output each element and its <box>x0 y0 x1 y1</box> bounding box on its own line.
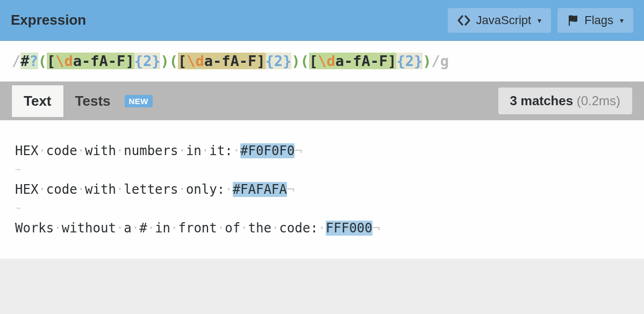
sample-word: with <box>85 182 116 197</box>
whitespace-marker: · <box>38 182 46 197</box>
regex-group-close: ) <box>291 53 300 69</box>
regex-group-open: ( <box>38 53 47 69</box>
sample-word: numbers <box>124 143 178 158</box>
sample-word: HEX <box>15 182 38 197</box>
regex-group-open: ( <box>300 53 309 69</box>
whitespace-marker: · <box>240 221 248 236</box>
sample-word: with <box>85 143 116 158</box>
whitespace-marker: · <box>170 221 178 236</box>
sample-word: code <box>46 143 77 158</box>
regex-range: a-fA-F <box>204 53 257 69</box>
regex-close-delimiter: / <box>432 53 440 69</box>
eol-marker: ¬ <box>15 162 629 178</box>
sample-word: code <box>46 182 77 197</box>
sample-word: in <box>186 143 202 158</box>
regex-flags: g <box>440 53 449 69</box>
regex-group-close: ) <box>160 53 169 69</box>
sample-line: HEX·code·with·letters·only:·#FAFAFA¬ <box>15 178 629 201</box>
regex-quantifier-optional: ? <box>30 53 38 69</box>
whitespace-marker: · <box>271 221 279 236</box>
tab-text[interactable]: Text <box>12 85 63 117</box>
whitespace-marker: · <box>318 221 326 236</box>
flag-icon <box>567 14 579 26</box>
match-time: (0.2ms) <box>577 93 620 108</box>
sample-line: HEX·code·with·numbers·in·it:·#F0F0F0¬ <box>15 140 629 162</box>
whitespace-marker: · <box>38 143 46 158</box>
regex-quantifier: {2} <box>396 53 423 69</box>
whitespace-marker: · <box>116 221 124 236</box>
language-label: JavaScript <box>476 13 531 27</box>
regex-expression-input[interactable]: /#?([\da-fA-F]{2})([\da-fA-F]{2})([\da-f… <box>0 41 644 82</box>
header-bar: Expression JavaScript ▾ Flags ▾ <box>0 0 644 41</box>
flags-selector-button[interactable]: Flags ▾ <box>557 8 633 33</box>
sample-word: Works <box>15 221 54 236</box>
sample-word: HEX <box>15 143 38 158</box>
match-count: 3 matches <box>510 93 573 108</box>
chevron-down-icon: ▾ <box>620 16 624 25</box>
regex-quantifier: {2} <box>266 53 292 69</box>
sample-word: without <box>62 221 116 236</box>
whitespace-marker: · <box>77 182 85 197</box>
whitespace-marker: · <box>132 221 139 236</box>
eol-marker: ¬ <box>373 221 380 236</box>
whitespace-marker: · <box>116 143 124 158</box>
sample-word: a <box>124 221 131 236</box>
regex-charclass-open: [ <box>47 53 55 69</box>
tab-tests[interactable]: Tests <box>63 85 123 117</box>
language-selector-button[interactable]: JavaScript ▾ <box>448 8 551 33</box>
whitespace-marker: · <box>225 182 232 197</box>
regex-escape: \d <box>187 53 204 69</box>
regex-escape: \d <box>318 53 335 69</box>
whitespace-marker: · <box>116 182 124 197</box>
whitespace-marker: · <box>202 143 209 158</box>
new-badge: NEW <box>125 95 153 107</box>
sample-word: it: <box>209 143 232 158</box>
tabs-left: Text Tests NEW <box>12 85 153 117</box>
page-title: Expression <box>11 12 86 28</box>
whitespace-marker: · <box>217 221 225 236</box>
sample-word: letters <box>124 182 178 197</box>
eol-marker: ¬ <box>15 201 629 217</box>
regex-group-close: ) <box>423 53 431 69</box>
regex-group-open: ( <box>169 53 178 69</box>
regex-charclass-close: ] <box>256 53 265 69</box>
match-summary[interactable]: 3 matches (0.2ms) <box>498 87 632 114</box>
regex-charclass-close: ] <box>388 53 396 69</box>
flags-label: Flags <box>584 13 613 27</box>
sample-word: in <box>155 221 170 236</box>
whitespace-marker: · <box>77 143 85 158</box>
regex-open-delimiter: / <box>12 53 20 69</box>
sample-line: Works·without·a·#·in·front·of·the·code:·… <box>15 217 629 239</box>
regex-range: a-fA-F <box>335 53 388 69</box>
whitespace-marker: · <box>178 143 185 158</box>
whitespace-marker: · <box>178 182 185 197</box>
tab-tests-label: Tests <box>75 93 111 109</box>
match-highlight: #F0F0F0 <box>240 143 295 158</box>
text-sample-area[interactable]: HEX·code·with·numbers·in·it:·#F0F0F0¬¬HE… <box>0 120 644 259</box>
sample-word: # <box>139 221 147 236</box>
regex-range: a-fA-F <box>73 53 126 69</box>
sample-word: code: <box>279 221 318 236</box>
match-highlight: #FAFAFA <box>233 182 287 197</box>
regex-literal: # <box>20 53 29 69</box>
regex-escape: \d <box>55 53 73 69</box>
regex-quantifier: {2} <box>134 53 161 69</box>
whitespace-marker: · <box>233 143 240 158</box>
match-highlight: FFF000 <box>326 221 373 236</box>
regex-charclass-open: [ <box>309 53 318 69</box>
eol-marker: ¬ <box>295 143 302 158</box>
sample-word: of <box>225 221 240 236</box>
eol-marker: ¬ <box>287 182 295 197</box>
tabs-bar: Text Tests NEW 3 matches (0.2ms) <box>0 82 644 120</box>
whitespace-marker: · <box>54 221 61 236</box>
sample-word: only: <box>186 182 225 197</box>
chevron-down-icon: ▾ <box>538 16 541 25</box>
code-icon <box>457 15 470 26</box>
regex-charclass-open: [ <box>178 53 187 69</box>
whitespace-marker: · <box>147 221 155 236</box>
header-controls: JavaScript ▾ Flags ▾ <box>448 8 633 33</box>
sample-word: front <box>178 221 217 236</box>
regex-charclass-close: ] <box>125 53 134 69</box>
sample-word: the <box>248 221 271 236</box>
